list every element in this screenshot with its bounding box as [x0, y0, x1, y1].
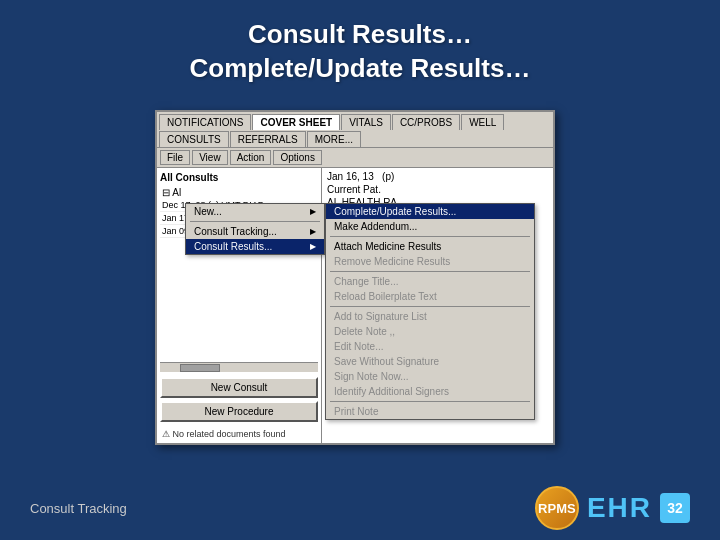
tree-expand-icon: ⊟: [162, 187, 170, 198]
file-menu[interactable]: File: [160, 150, 190, 165]
menu-toolbar: File View Action Options: [157, 148, 553, 168]
tab-consults[interactable]: CONSULTS: [159, 131, 229, 147]
rpms-text: RPMS: [538, 501, 576, 516]
tab-notifications[interactable]: NOTIFICATIONS: [159, 114, 251, 130]
rpms-branding: RPMS EHR 32: [535, 486, 690, 530]
list-item[interactable]: Jan 09, 07 (c) ANCER50: [160, 225, 318, 238]
status-text: No related documents found: [173, 429, 286, 439]
ehr-label: EHR: [587, 492, 652, 524]
header-line1: Consult Results…: [20, 18, 700, 52]
application-window: NOTIFICATIONS COVER SHEET VITALS CC/PROB…: [155, 110, 555, 445]
list-item[interactable]: Jan 17, 09 (c) ANTICOA: [160, 212, 318, 225]
patient-label: Current Pat.: [327, 184, 548, 195]
date-value: Jan 16, 13: [327, 171, 374, 182]
page-number: 32: [660, 493, 690, 523]
tab-vitals[interactable]: VITALS: [341, 114, 391, 130]
scrollbar-thumb[interactable]: [180, 364, 220, 372]
action-menu-btn[interactable]: Action: [230, 150, 272, 165]
status-icon: ⚠: [162, 429, 170, 439]
tab-well[interactable]: WELL: [461, 114, 504, 130]
horizontal-scrollbar[interactable]: [160, 362, 318, 372]
consult-list: Dec 17, 08 (p) VMT DIAB Jan 17, 09 (c) A…: [160, 199, 318, 360]
new-procedure-button[interactable]: New Procedure: [160, 401, 318, 422]
tab-referrals[interactable]: REFERRALS: [230, 131, 306, 147]
footer: Consult Tracking RPMS EHR 32: [0, 486, 720, 530]
bottom-buttons: New Consult New Procedure: [160, 374, 318, 427]
footer-label: Consult Tracking: [30, 501, 127, 516]
health-label: AL HEALTH RA: [327, 197, 548, 208]
options-menu[interactable]: Options: [273, 150, 321, 165]
status-bar: ⚠ No related documents found: [160, 427, 318, 439]
list-item[interactable]: Dec 17, 08 (p) VMT DIAB: [160, 199, 318, 212]
date-info: Jan 16, 13 (p): [327, 171, 548, 182]
slide-header: Consult Results… Complete/Update Results…: [0, 0, 720, 96]
tree-root[interactable]: ⊟ Al: [160, 186, 318, 199]
rpms-logo-circle: RPMS: [535, 486, 579, 530]
new-consult-button[interactable]: New Consult: [160, 377, 318, 398]
left-panel: All Consults ⊟ Al Dec 17, 08 (p) VMT DIA…: [157, 168, 322, 443]
right-panel: Jan 16, 13 (p) Current Pat. AL HEALTH RA: [322, 168, 553, 443]
status-value: (p): [382, 171, 394, 182]
tree-root-label: Al: [172, 187, 181, 198]
view-menu[interactable]: View: [192, 150, 228, 165]
consults-label: All Consults: [160, 172, 318, 183]
tab-bar: NOTIFICATIONS COVER SHEET VITALS CC/PROB…: [157, 112, 553, 148]
tab-cc-probs[interactable]: CC/PROBS: [392, 114, 460, 130]
content-area: All Consults ⊟ Al Dec 17, 08 (p) VMT DIA…: [157, 168, 553, 443]
tab-cover-sheet[interactable]: COVER SHEET: [252, 114, 340, 130]
header-line2: Complete/Update Results…: [20, 52, 700, 86]
tab-more[interactable]: MORE...: [307, 131, 361, 147]
